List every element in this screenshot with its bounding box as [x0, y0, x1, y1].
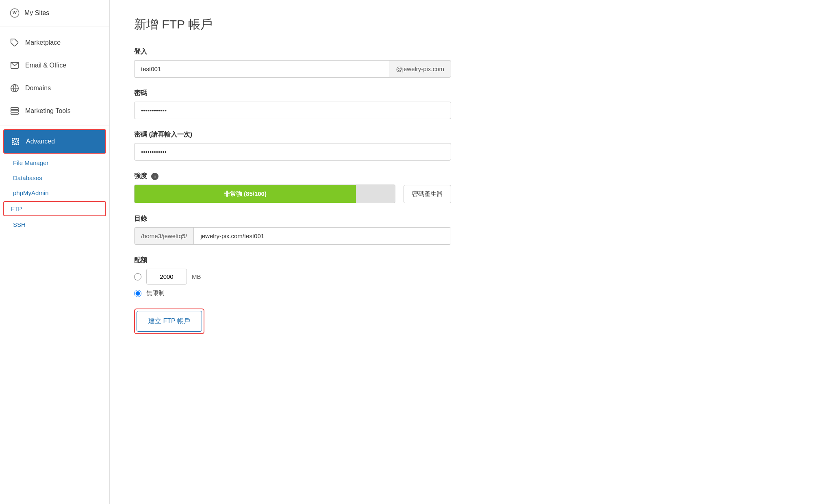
wordpress-icon: W — [10, 8, 20, 18]
password-generator-button[interactable]: 密碼產生器 — [404, 185, 451, 203]
atom-icon — [11, 137, 20, 146]
directory-label: 目錄 — [134, 215, 451, 223]
advanced-sub-nav: File Manager Databases phpMyAdmin FTP SS… — [0, 154, 109, 234]
quota-unit: MB — [192, 273, 201, 280]
sidebar: W My Sites Marketplace — [0, 0, 110, 504]
mail-icon — [10, 61, 20, 70]
globe-icon — [10, 83, 20, 93]
strength-group: 強度 i 非常強 (85/100) 密碼產生器 — [134, 172, 451, 203]
quota-mb-input[interactable] — [146, 269, 187, 285]
sidebar-item-marketplace[interactable]: Marketplace — [0, 31, 109, 54]
sub-nav-phpmyadmin[interactable]: phpMyAdmin — [0, 185, 109, 200]
marketplace-label: Marketplace — [25, 39, 61, 46]
advanced-label: Advanced — [26, 138, 55, 145]
sidebar-item-email-office[interactable]: Email & Office — [0, 54, 109, 77]
svg-rect-7 — [11, 110, 18, 112]
page-title: 新增 FTP 帳戶 — [134, 16, 792, 33]
login-domain-suffix: @jewelry-pix.com — [389, 60, 451, 78]
strength-bar-wrapper: 非常強 (85/100) — [134, 185, 395, 203]
sub-nav-ftp[interactable]: FTP — [3, 201, 106, 216]
login-group: 登入 @jewelry-pix.com — [134, 48, 451, 78]
marketing-tools-label: Marketing Tools — [25, 107, 71, 115]
password-confirm-input[interactable] — [134, 143, 451, 161]
strength-label: 強度 i — [134, 172, 451, 180]
quota-mb-row: MB — [134, 269, 451, 285]
directory-input[interactable] — [194, 228, 451, 244]
main-content: 新增 FTP 帳戶 登入 @jewelry-pix.com 密碼 密碼 (請再輸… — [110, 0, 816, 504]
strength-bar-container: 非常強 (85/100) 密碼產生器 — [134, 185, 451, 203]
login-label: 登入 — [134, 48, 451, 56]
svg-text:W: W — [13, 10, 17, 15]
strength-bar-fill: 非常強 (85/100) — [135, 185, 356, 203]
password-confirm-label: 密碼 (請再輸入一次) — [134, 130, 451, 139]
strength-text: 非常強 (85/100) — [224, 190, 267, 198]
email-office-label: Email & Office — [25, 62, 66, 69]
submit-group: 建立 FTP 帳戶 — [134, 308, 451, 334]
directory-row: /home3/jeweltq5/ — [134, 227, 451, 245]
login-input[interactable] — [134, 60, 389, 78]
ftp-form: 登入 @jewelry-pix.com 密碼 密碼 (請再輸入一次) 強度 i — [134, 48, 451, 334]
sidebar-nav: Marketplace Email & Office Domains — [0, 26, 109, 239]
submit-btn-wrapper: 建立 FTP 帳戶 — [134, 308, 204, 334]
svg-rect-8 — [11, 113, 18, 115]
quota-mb-radio[interactable] — [134, 273, 141, 280]
quota-unlimited-label: 無限制 — [146, 289, 165, 297]
sub-nav-file-manager[interactable]: File Manager — [0, 155, 109, 170]
sidebar-item-advanced[interactable]: Advanced — [3, 129, 106, 154]
quota-label: 配額 — [134, 256, 451, 265]
quota-options: MB 無限制 — [134, 269, 451, 297]
sidebar-item-domains[interactable]: Domains — [0, 77, 109, 100]
my-sites-label: My Sites — [24, 9, 49, 17]
nav-divider — [0, 126, 109, 126]
sidebar-item-marketing-tools[interactable]: Marketing Tools — [0, 100, 109, 122]
password-label: 密碼 — [134, 89, 451, 98]
svg-rect-6 — [11, 108, 18, 110]
strength-info-icon[interactable]: i — [151, 173, 158, 180]
quota-unlimited-row: 無限制 — [134, 289, 451, 297]
password-group: 密碼 — [134, 89, 451, 119]
login-input-row: @jewelry-pix.com — [134, 60, 451, 78]
svg-point-9 — [15, 141, 16, 142]
domains-label: Domains — [25, 85, 51, 92]
server-icon — [10, 106, 20, 116]
sub-nav-ssh[interactable]: SSH — [0, 217, 109, 232]
quota-unlimited-radio[interactable] — [134, 290, 141, 297]
directory-group: 目錄 /home3/jeweltq5/ — [134, 215, 451, 245]
create-ftp-button[interactable]: 建立 FTP 帳戶 — [137, 311, 202, 332]
directory-prefix: /home3/jeweltq5/ — [135, 228, 194, 244]
tag-icon — [10, 38, 20, 48]
password-confirm-group: 密碼 (請再輸入一次) — [134, 130, 451, 161]
sub-nav-databases[interactable]: Databases — [0, 170, 109, 185]
my-sites-nav-item[interactable]: W My Sites — [10, 8, 100, 18]
quota-group: 配額 MB 無限制 — [134, 256, 451, 297]
password-input[interactable] — [134, 102, 451, 119]
sidebar-top: W My Sites — [0, 0, 109, 26]
